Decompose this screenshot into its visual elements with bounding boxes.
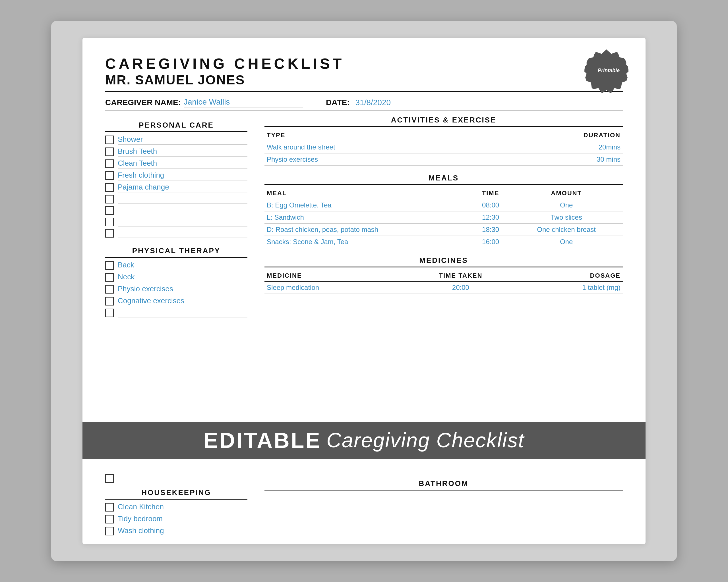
checkbox-blank-4[interactable] [105, 229, 114, 238]
list-item: Wash clothing [105, 526, 248, 536]
meal-time-3: 18:30 [471, 224, 510, 236]
list-item-blank [105, 229, 248, 238]
checkbox-neck[interactable] [105, 273, 114, 282]
checkbox-fresh-clothing[interactable] [105, 171, 114, 180]
item-clean-teeth: Clean Teeth [118, 159, 248, 168]
medicines-title: MEDICINES [264, 256, 623, 265]
physical-therapy-title: PHYSICAL THERAPY [105, 246, 248, 255]
item-fresh-clothing: Fresh clothing [118, 171, 248, 181]
checkbox-blank-1[interactable] [105, 195, 114, 203]
activity-duration-2: 30 mins [493, 154, 623, 166]
meal-time-4: 16:00 [471, 236, 510, 248]
blank-4 [118, 229, 248, 238]
item-physio: Physio exercises [118, 284, 248, 294]
checkbox-clean-teeth[interactable] [105, 160, 114, 168]
right-column: ACTIVITIES & EXERCISE TYPE DURATION Walk… [264, 116, 623, 320]
checkbox-physio[interactable] [105, 285, 114, 294]
checkbox-extra-blank[interactable] [105, 474, 114, 483]
bathroom-table [264, 493, 623, 515]
blank-3 [118, 217, 248, 226]
caregiver-label: CAREGIVER NAME: [105, 98, 181, 107]
svg-text:Printable: Printable [597, 67, 619, 73]
meal-row-4: Snacks: Scone & Jam, Tea 16:00 One [264, 236, 623, 248]
activities-table: TYPE DURATION Walk around the street 20m… [264, 130, 623, 166]
extra-blank [118, 474, 248, 483]
checkbox-back[interactable] [105, 261, 114, 270]
col-time-taken: TIME TAKEN [402, 270, 519, 281]
meal-row-2: L: Sandwich 12:30 Two slices [264, 212, 623, 224]
activity-row-2: Physio exercises 30 mins [264, 154, 623, 166]
meal-amount-1: One [510, 199, 623, 212]
list-item-blank [105, 217, 248, 226]
bathroom-section: BATHROOM [264, 474, 623, 538]
blank-2 [118, 206, 248, 215]
list-item: Pajama change [105, 183, 248, 192]
medicine-dosage-1: 1 tablet (mg) [519, 281, 623, 294]
checkbox-blank-2[interactable] [105, 206, 114, 215]
bathroom-col1 [264, 493, 384, 497]
checkbox-tidy-bedroom[interactable] [105, 515, 114, 523]
checkbox-pajama-change[interactable] [105, 183, 114, 192]
bathroom-cell-3-1 [264, 509, 384, 515]
housekeeping-title: HOUSEKEEPING [105, 488, 248, 497]
item-neck: Neck [118, 273, 248, 282]
list-item: Fresh clothing [105, 171, 248, 181]
checkbox-clean-kitchen[interactable] [105, 503, 114, 511]
page-background: Printable CAREGIVING CHECKLIST MR. SAMUE… [51, 21, 677, 561]
left-column: PERSONAL CARE Shower Brush Teeth Clean T… [105, 116, 248, 320]
checkbox-brush-teeth[interactable] [105, 147, 114, 156]
document: Printable CAREGIVING CHECKLIST MR. SAMUE… [82, 38, 646, 544]
medicines-divider [264, 267, 623, 268]
date-value: 31/8/2020 [355, 98, 391, 107]
item-pajama-change: Pajama change [118, 183, 248, 192]
header: CAREGIVING CHECKLIST MR. SAMUEL JONES CA… [105, 55, 623, 111]
pt-blank [118, 308, 248, 317]
meal-name-4: Snacks: Scone & Jam, Tea [264, 236, 471, 248]
blank-1 [118, 195, 248, 204]
list-item-blank [105, 308, 248, 317]
physical-therapy-divider [105, 257, 248, 258]
item-wash-clothing: Wash clothing [118, 526, 248, 536]
bathroom-col2 [384, 493, 503, 497]
item-cognative: Cognative exercises [118, 297, 248, 306]
col-type: TYPE [264, 130, 493, 141]
meal-name-3: D: Roast chicken, peas, potato mash [264, 224, 471, 236]
checkbox-cognative[interactable] [105, 297, 114, 305]
checkbox-blank-3[interactable] [105, 218, 114, 226]
item-clean-kitchen: Clean Kitchen [118, 502, 248, 512]
header-divider [105, 91, 623, 92]
list-item: Physio exercises [105, 284, 248, 294]
list-item: Neck [105, 273, 248, 282]
doc-title: CAREGIVING CHECKLIST [105, 55, 623, 72]
medicines-table: MEDICINE TIME TAKEN DOSAGE Sleep medicat… [264, 270, 623, 294]
meals-table: MEAL TIME AMOUNT B: Egg Omelette, Tea 08… [264, 188, 623, 248]
checkbox-pt-blank[interactable] [105, 309, 114, 317]
meal-row-1: B: Egg Omelette, Tea 08:00 One [264, 199, 623, 212]
list-item-blank [105, 206, 248, 215]
banner-bold-text: EDITABLE [204, 428, 321, 453]
activities-title: ACTIVITIES & EXERCISE [264, 116, 623, 124]
list-item-blank [105, 195, 248, 204]
bathroom-cell-2-1 [264, 503, 384, 509]
bathroom-cell-2-2 [384, 503, 503, 509]
meal-name-1: B: Egg Omelette, Tea [264, 199, 471, 212]
bathroom-row-1 [264, 497, 623, 503]
meal-time-2: 12:30 [471, 212, 510, 224]
activities-divider [264, 126, 623, 127]
housekeeping-section: HOUSEKEEPING Clean Kitchen Tidy bedroom … [105, 474, 248, 538]
col-dosage: DOSAGE [519, 270, 623, 281]
housekeeping-divider [105, 499, 248, 500]
activity-duration-1: 20mins [493, 141, 623, 154]
medicine-time-1: 20:00 [402, 281, 519, 294]
bathroom-divider [264, 490, 623, 491]
meal-amount-2: Two slices [510, 212, 623, 224]
editable-banner: EDITABLE Caregiving Checklist [82, 422, 646, 459]
bathroom-title: BATHROOM [264, 479, 623, 488]
item-shower: Shower [118, 135, 248, 145]
personal-care-title: PERSONAL CARE [105, 121, 248, 130]
item-brush-teeth: Brush Teeth [118, 147, 248, 157]
checkbox-shower[interactable] [105, 136, 114, 144]
list-item-blank [105, 474, 248, 483]
patient-name: MR. SAMUEL JONES [105, 72, 623, 87]
checkbox-wash-clothing[interactable] [105, 527, 114, 535]
